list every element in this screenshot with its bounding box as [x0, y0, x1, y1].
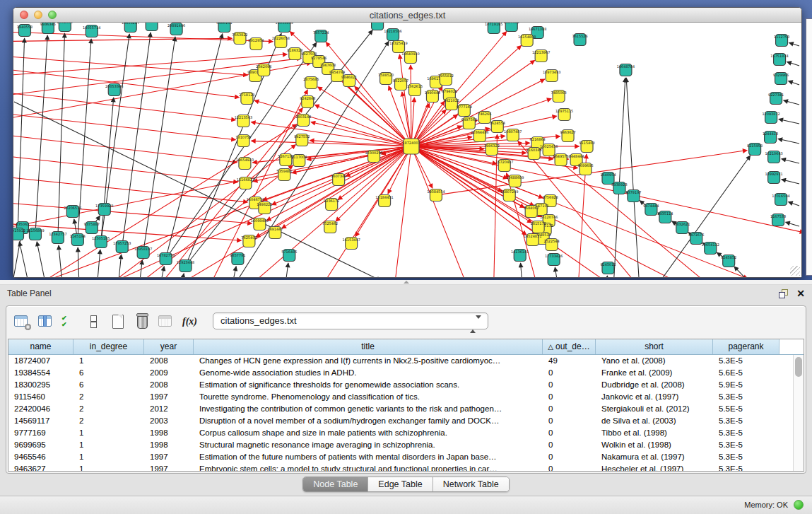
table-cell[interactable]: 9777169	[8, 427, 73, 439]
table-row[interactable]: 1456911722003Disruption of a novel membe…	[8, 415, 804, 427]
graph-node[interactable]	[645, 204, 657, 216]
graph-node[interactable]	[254, 218, 266, 230]
graph-node[interactable]	[116, 241, 128, 253]
graph-node[interactable]	[393, 41, 405, 53]
graph-node[interactable]	[331, 70, 343, 82]
graph-node[interactable]	[52, 232, 64, 244]
table-row[interactable]: 977716911998Corpus callosum shape and si…	[8, 427, 804, 439]
tab-node-table[interactable]: Node Table	[303, 477, 367, 491]
graph-node[interactable]	[218, 23, 230, 33]
table-cell[interactable]: 9115460	[8, 391, 73, 403]
table-cell[interactable]: 2008	[144, 355, 194, 367]
table-settings-icon[interactable]	[13, 314, 30, 329]
graph-node[interactable]	[602, 262, 614, 274]
graph-node[interactable]	[509, 175, 521, 187]
graph-node[interactable]	[535, 50, 547, 62]
table-cell[interactable]: 1	[73, 451, 144, 463]
table-cell[interactable]: 0	[543, 403, 596, 415]
graph-node[interactable]	[259, 202, 271, 214]
delete-icon[interactable]	[134, 314, 150, 329]
graph-node[interactable]	[237, 135, 249, 147]
graph-node[interactable]	[770, 93, 782, 105]
table-cell[interactable]: 5.3E-5	[713, 463, 779, 472]
table-cell[interactable]: Jankovic et al. (1997)	[596, 391, 713, 403]
table-cell[interactable]: 2	[73, 391, 144, 403]
table-cell[interactable]: 18300295	[8, 379, 73, 391]
tab-edge-table[interactable]: Edge Table	[367, 477, 432, 491]
table-cell[interactable]: 2009	[144, 367, 194, 379]
graph-node[interactable]	[555, 154, 567, 166]
table-cell[interactable]: Wolkin et al. (1998)	[596, 439, 713, 451]
graph-node[interactable]	[628, 190, 640, 202]
graph-node[interactable]	[765, 132, 777, 144]
close-window-button[interactable]	[20, 11, 28, 19]
graph-node[interactable]	[346, 238, 358, 250]
graph-node[interactable]	[505, 23, 517, 32]
table-cell[interactable]: Nakamura et al. (1997)	[596, 451, 713, 463]
column-header-pagerank[interactable]: pagerank	[713, 339, 779, 354]
column-select-icon[interactable]	[37, 314, 54, 329]
table-cell[interactable]: Embryonic stem cells: a model to study s…	[194, 463, 543, 472]
table-cell[interactable]: Tibbo et al. (1998)	[596, 427, 713, 439]
graph-node[interactable]	[305, 77, 317, 89]
checklist-icon[interactable]: ✔ ✔	[61, 314, 78, 329]
table-cell[interactable]: 2	[73, 403, 144, 415]
table-cell[interactable]: Yano et al. (2008)	[596, 355, 713, 367]
graph-node[interactable]	[507, 129, 519, 141]
graph-node[interactable]	[124, 23, 136, 33]
graph-node[interactable]	[768, 172, 780, 184]
graph-node[interactable]	[749, 144, 761, 156]
table-cell[interactable]: 18724007	[8, 355, 73, 367]
graph-node[interactable]	[579, 163, 592, 175]
network-graph[interactable]: 1840558993634520413351405571410653287152…	[13, 23, 801, 277]
graph-node[interactable]	[293, 155, 305, 167]
table-cell[interactable]: Hescheler et al. (1997)	[596, 463, 713, 472]
table-cell[interactable]: 2008	[144, 379, 194, 391]
graph-node[interactable]	[765, 112, 777, 124]
table-cell[interactable]: 9465546	[8, 451, 73, 463]
graph-node[interactable]	[368, 151, 380, 163]
graph-node[interactable]	[775, 194, 787, 206]
graph-node[interactable]	[408, 84, 420, 96]
table-cell[interactable]: 1	[73, 463, 144, 472]
graph-node[interactable]	[258, 64, 270, 76]
graph-node[interactable]	[379, 195, 391, 207]
graph-node[interactable]	[237, 115, 249, 127]
table-cell[interactable]: 0	[543, 391, 596, 403]
graph-node[interactable]	[315, 30, 327, 42]
table-cell[interactable]: 5.3E-5	[713, 451, 779, 463]
table-cell[interactable]: 1997	[144, 391, 194, 403]
table-cell[interactable]: 0	[543, 439, 596, 451]
graph-node[interactable]	[562, 130, 574, 142]
graph-node[interactable]	[526, 234, 539, 246]
table-cell[interactable]: 0	[543, 415, 596, 427]
graph-node[interactable]	[478, 112, 490, 124]
table-cell[interactable]: 1998	[144, 439, 194, 451]
graph-node[interactable]	[532, 221, 544, 233]
graph-node[interactable]	[29, 228, 41, 240]
column-header-out-de-[interactable]: △out_de…	[543, 339, 596, 354]
table-row[interactable]: 969969511998Structural magnetic resonanc…	[8, 439, 804, 451]
graph-node[interactable]	[486, 144, 498, 156]
graph-node[interactable]	[240, 177, 252, 189]
graph-node[interactable]	[86, 25, 98, 37]
graph-node[interactable]	[558, 109, 570, 121]
network-window-titlebar[interactable]: citations_edges.txt	[13, 8, 801, 23]
scrollbar-thumb[interactable]	[795, 357, 802, 377]
table-cell[interactable]: 5.5E-5	[713, 403, 779, 415]
graph-node[interactable]	[776, 35, 788, 47]
graph-node[interactable]	[525, 206, 537, 218]
graph-node[interactable]	[581, 141, 593, 153]
graph-node[interactable]	[86, 222, 98, 234]
graph-node[interactable]	[95, 236, 107, 248]
graph-node[interactable]	[676, 222, 688, 234]
table-cell[interactable]: Changes of HCN gene expression and I(f) …	[194, 355, 543, 367]
table-row[interactable]: 1830029562008Estimation of significance …	[8, 379, 804, 391]
graph-node[interactable]	[324, 221, 336, 233]
graph-node[interactable]	[180, 260, 192, 272]
table-cell[interactable]: 0	[543, 427, 596, 439]
table-vertical-scrollbar[interactable]	[793, 355, 804, 471]
network-canvas[interactable]: 1840558993634520413351405571410653287152…	[13, 23, 801, 277]
graph-node[interactable]	[343, 75, 355, 87]
rows-icon[interactable]	[86, 314, 102, 329]
